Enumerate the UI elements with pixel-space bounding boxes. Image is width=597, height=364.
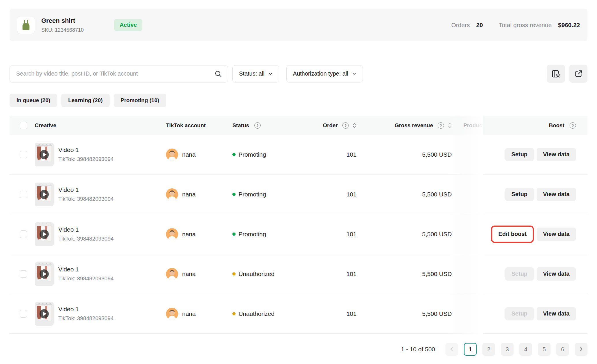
tiktok-id: TikTok: 398482093094	[58, 156, 114, 162]
next-page-button[interactable]	[575, 343, 587, 356]
order-value: 101	[346, 231, 357, 238]
annotation-highlight: Edit boost	[491, 226, 534, 243]
status-text: Unauthorized	[238, 310, 275, 317]
sort-icon[interactable]	[448, 122, 452, 129]
header-gross-revenue: Gross revenue	[357, 122, 452, 129]
video-title[interactable]: Video 1	[58, 186, 114, 193]
row-checkbox[interactable]	[20, 270, 27, 278]
export-icon	[574, 69, 583, 78]
video-thumbnail[interactable]	[35, 183, 54, 206]
tiktok-id: TikTok: 398482093094	[58, 196, 114, 202]
video-thumbnail[interactable]	[35, 222, 54, 246]
video-thumbnail[interactable]	[35, 143, 54, 166]
status-text: Promoting	[238, 151, 266, 158]
revenue-value: $960.22	[558, 22, 580, 29]
view-data-button[interactable]: View data	[537, 228, 576, 241]
help-icon[interactable]	[254, 122, 261, 129]
video-title[interactable]: Video 1	[58, 147, 114, 153]
header-creative: Creative	[35, 122, 166, 129]
table-row: Video 1 TikTok: 398482093094 nana Promot…	[10, 175, 587, 214]
help-icon[interactable]	[438, 122, 444, 129]
row-checkbox[interactable]	[20, 151, 27, 158]
row-checkbox[interactable]	[20, 310, 27, 318]
video-thumbnail[interactable]	[35, 302, 54, 326]
revenue-label: Total gross revenue	[499, 22, 552, 29]
video-title[interactable]: Video 1	[58, 226, 114, 233]
creatives-table: Creative TikTok account Status Order Gro…	[10, 116, 587, 334]
order-value: 101	[346, 191, 357, 198]
setup-button[interactable]: Setup	[505, 148, 534, 161]
status-filter-dropdown[interactable]: Status: all	[232, 65, 279, 82]
setup-button-disabled: Setup	[505, 267, 534, 281]
authorization-filter-label: Authorization type: all	[293, 70, 348, 77]
search-input[interactable]	[16, 70, 214, 77]
avatar	[166, 268, 178, 280]
video-title[interactable]: Video 1	[58, 306, 114, 313]
product-image	[17, 16, 35, 34]
page-button-5[interactable]: 5	[538, 343, 551, 356]
header-product: Product	[452, 122, 483, 129]
export-button[interactable]	[569, 65, 587, 83]
revenue-value: 5,500 USD	[422, 310, 452, 317]
status-badge: Active	[114, 19, 142, 31]
status-dot	[232, 153, 236, 156]
account-name: nana	[182, 231, 196, 238]
page-button-6[interactable]: 6	[556, 343, 569, 356]
status-text: Unauthorized	[238, 271, 275, 277]
table-row: Video 1 TikTok: 398482093094 nana Unauth…	[10, 254, 587, 294]
page-button-3[interactable]: 3	[501, 343, 514, 356]
product-stats: Orders 20 Total gross revenue $960.22	[451, 22, 580, 29]
setup-button[interactable]: Setup	[505, 188, 534, 201]
header-tiktok-account: TikTok account	[166, 122, 232, 129]
select-all-checkbox[interactable]	[20, 122, 27, 129]
authorization-filter-dropdown[interactable]: Authorization type: all	[286, 65, 363, 82]
edit-boost-button[interactable]: Edit boost	[493, 228, 532, 241]
order-value: 101	[346, 310, 357, 317]
avatar	[166, 228, 178, 240]
product-name: Green shirt	[41, 17, 84, 25]
page-button-2[interactable]: 2	[482, 343, 495, 356]
chip-learning[interactable]: Learning (20)	[61, 94, 109, 107]
search-box[interactable]	[10, 65, 228, 82]
toolbar: Status: all Authorization type: all	[10, 65, 587, 83]
help-icon[interactable]	[570, 122, 576, 129]
toolbar-icon-buttons	[547, 65, 587, 83]
status-dot	[232, 312, 236, 315]
view-data-button[interactable]: View data	[537, 307, 576, 320]
table-row: Video 1 TikTok: 398482093094 nana Promot…	[10, 214, 587, 254]
table-row: Video 1 TikTok: 398482093094 nana Promot…	[10, 135, 587, 175]
tiktok-id: TikTok: 398482093094	[58, 275, 114, 282]
header-boost: Boost	[483, 122, 587, 129]
sort-icon[interactable]	[353, 122, 357, 129]
row-checkbox[interactable]	[20, 230, 27, 238]
chevron-down-icon	[268, 71, 273, 76]
status-chips: In queue (20) Learning (20) Promoting (1…	[10, 94, 587, 107]
chevron-right-icon	[578, 346, 584, 352]
orders-label: Orders	[451, 22, 470, 29]
view-data-button[interactable]: View data	[537, 267, 576, 281]
header-status: Status	[232, 122, 305, 129]
row-checkbox[interactable]	[20, 191, 27, 198]
chevron-down-icon	[352, 71, 357, 76]
order-value: 101	[346, 271, 357, 277]
video-thumbnail[interactable]	[35, 262, 54, 286]
column-settings-button[interactable]	[547, 65, 565, 83]
column-settings-icon	[551, 69, 561, 78]
account-name: nana	[182, 151, 196, 158]
prev-page-button	[445, 343, 458, 356]
view-data-button[interactable]: View data	[537, 188, 576, 201]
help-icon[interactable]	[342, 122, 349, 129]
status-text: Promoting	[238, 231, 266, 238]
boost-dashboard-page: Green shirt SKU: 1234568710 Active Order…	[0, 0, 597, 364]
video-title[interactable]: Video 1	[58, 266, 114, 273]
revenue-value: 5,500 USD	[422, 231, 452, 238]
view-data-button[interactable]: View data	[537, 148, 576, 161]
chip-in-queue[interactable]: In queue (20)	[10, 94, 57, 107]
page-button-1[interactable]: 1	[464, 343, 477, 356]
chip-promoting[interactable]: Promoting (10)	[114, 94, 166, 107]
account-name: nana	[182, 310, 196, 317]
page-button-4[interactable]: 4	[519, 343, 532, 356]
setup-button-disabled: Setup	[505, 307, 534, 320]
table-row: Video 1 TikTok: 398482093094 nana Unauth…	[10, 294, 587, 334]
product-info: Green shirt SKU: 1234568710	[41, 17, 84, 33]
